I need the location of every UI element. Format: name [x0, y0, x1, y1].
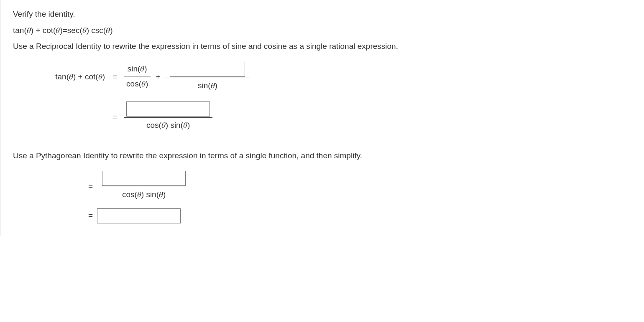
- frac3-den: cos(𝜃) sin(𝜃): [124, 117, 212, 133]
- answer-input-4[interactable]: [97, 208, 181, 223]
- frac2-den: sin(𝜃): [165, 78, 250, 94]
- answer-input-1[interactable]: [170, 62, 245, 77]
- intro-text: Verify the identity.: [13, 8, 631, 20]
- step2-instruction: Use a Pythagorean Identity to rewrite th…: [13, 150, 631, 162]
- fraction-sin-over-cos: sin(𝜃) cos(𝜃): [124, 62, 151, 91]
- plus-sign: +: [153, 71, 163, 83]
- lhs-expr: tan(𝜃) + cot(𝜃): [13, 71, 108, 83]
- identity-eq: =: [63, 25, 67, 37]
- eq-sign-3: =: [84, 180, 97, 193]
- answer-input-3[interactable]: [102, 171, 186, 186]
- frac1-den: cos(𝜃): [124, 76, 151, 92]
- identity-rhs: sec(𝜃) csc(𝜃): [67, 25, 113, 37]
- identity-lhs: tan(𝜃) + cot(𝜃): [13, 25, 63, 37]
- step1-line2: = cos(𝜃) sin(𝜃): [13, 101, 631, 133]
- answer-input-2[interactable]: [126, 101, 210, 117]
- fraction-blank-over-cossin: cos(𝜃) sin(𝜃): [124, 101, 212, 133]
- step2-line1: = cos(𝜃) sin(𝜃): [13, 170, 631, 203]
- eq-sign-2: =: [108, 111, 121, 123]
- step2-line2: =: [13, 208, 631, 223]
- eq-sign-1: =: [108, 71, 121, 83]
- frac4-den: cos(𝜃) sin(𝜃): [100, 187, 188, 203]
- step1-instruction: Use a Reciprocal Identity to rewrite the…: [13, 41, 631, 53]
- identity-line: tan(𝜃) + cot(𝜃) = sec(𝜃) csc(𝜃): [13, 25, 631, 37]
- fraction-blank-over-cossin-2: cos(𝜃) sin(𝜃): [100, 170, 188, 203]
- step1-line1: tan(𝜃) + cot(𝜃) = sin(𝜃) cos(𝜃) + sin(𝜃): [13, 61, 631, 94]
- frac1-num: sin(𝜃): [125, 62, 150, 76]
- fraction-blank-over-sin: sin(𝜃): [165, 61, 250, 94]
- eq-sign-4: =: [84, 210, 97, 222]
